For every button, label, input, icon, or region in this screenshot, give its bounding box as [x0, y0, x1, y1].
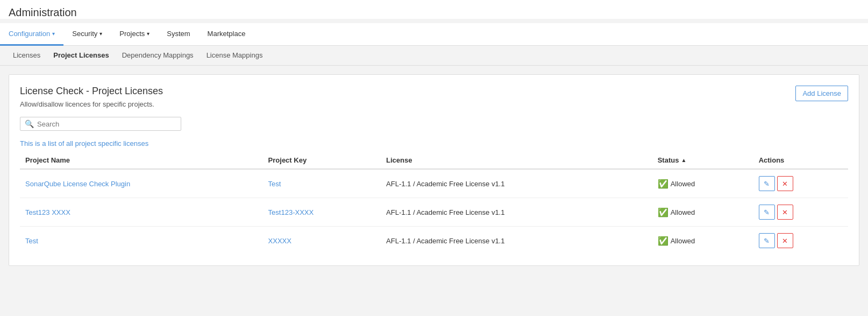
project-key-link[interactable]: Test [268, 180, 281, 188]
status-text: Allowed [671, 180, 695, 188]
project-name-link[interactable]: Test [25, 237, 38, 245]
top-nav-item-system[interactable]: System [158, 23, 198, 46]
license-cell: AFL-1.1 / Academic Free License v1.1 [381, 198, 652, 227]
card-subtitle: Allow/disallow licences for specific pro… [20, 100, 163, 108]
edit-button[interactable]: ✎ [759, 176, 775, 191]
search-icon: 🔍 [25, 120, 34, 128]
status-allowed: ✅Allowed [658, 236, 748, 246]
project-name-link[interactable]: Test123 XXXX [25, 208, 70, 216]
delete-button[interactable]: ✕ [777, 205, 793, 220]
check-circle-icon: ✅ [658, 236, 668, 246]
status-cell: ✅Allowed [652, 198, 753, 227]
col-header-license: License [381, 152, 652, 169]
table-header: Project Name Project Key License Status … [20, 152, 848, 169]
list-info: This is a list of all project specific l… [20, 139, 848, 148]
search-box: 🔍 [20, 117, 181, 131]
search-input[interactable] [37, 120, 176, 128]
sub-nav-item-licenses[interactable]: Licenses [9, 46, 45, 66]
project-key-link[interactable]: XXXXX [268, 237, 291, 245]
actions-cell: ✎✕ [753, 169, 848, 198]
col-header-status[interactable]: Status ▲ [652, 152, 753, 169]
col-header-project-name: Project Name [20, 152, 263, 169]
actions-group: ✎✕ [759, 205, 843, 220]
page-header: Administration [0, 0, 868, 19]
status-allowed: ✅Allowed [658, 207, 748, 217]
status-allowed: ✅Allowed [658, 179, 748, 189]
project-name-cell: Test123 XXXX [20, 198, 263, 227]
edit-button[interactable]: ✎ [759, 205, 775, 220]
col-header-project-key: Project Key [263, 152, 381, 169]
caret-icon: ▾ [52, 31, 55, 37]
actions-group: ✎✕ [759, 233, 843, 248]
edit-button[interactable]: ✎ [759, 233, 775, 248]
delete-button[interactable]: ✕ [777, 233, 793, 248]
content-area: License Check - Project Licenses Allow/d… [0, 66, 868, 275]
project-name-cell: Test [20, 227, 263, 255]
page-title: Administration [9, 6, 859, 19]
license-cell: AFL-1.1 / Academic Free License v1.1 [381, 227, 652, 255]
table-row: Test123 XXXXTest123-XXXXAFL-1.1 / Academ… [20, 198, 848, 227]
status-text: Allowed [671, 208, 695, 216]
status-cell: ✅Allowed [652, 227, 753, 255]
table-row: SonarQube License Check PluginTestAFL-1.… [20, 169, 848, 198]
check-circle-icon: ✅ [658, 179, 668, 189]
top-nav: Configuration▾Security▾Projects▾SystemMa… [0, 23, 868, 46]
sub-nav-item-dependency-mappings[interactable]: Dependency Mappings [118, 46, 198, 66]
actions-group: ✎✕ [759, 176, 843, 191]
top-nav-item-projects[interactable]: Projects▾ [111, 23, 158, 46]
license-cell: AFL-1.1 / Academic Free License v1.1 [381, 169, 652, 198]
top-nav-item-configuration[interactable]: Configuration▾ [0, 23, 63, 46]
status-text: Allowed [671, 237, 695, 245]
sub-nav-item-project-licenses[interactable]: Project Licenses [49, 46, 113, 66]
actions-cell: ✎✕ [753, 198, 848, 227]
main-card: License Check - Project Licenses Allow/d… [9, 74, 859, 266]
caret-icon: ▾ [99, 31, 102, 37]
add-license-button[interactable]: Add License [795, 86, 848, 101]
project-key-cell: Test [263, 169, 381, 198]
licenses-table: Project Name Project Key License Status … [20, 152, 848, 255]
delete-button[interactable]: ✕ [777, 176, 793, 191]
project-name-cell: SonarQube License Check Plugin [20, 169, 263, 198]
project-key-cell: XXXXX [263, 227, 381, 255]
table-body: SonarQube License Check PluginTestAFL-1.… [20, 169, 848, 255]
project-key-link[interactable]: Test123-XXXX [268, 208, 314, 216]
col-header-actions: Actions [753, 152, 848, 169]
top-nav-item-security[interactable]: Security▾ [63, 23, 111, 46]
sub-nav-item-license-mappings[interactable]: License Mappings [202, 46, 267, 66]
table-row: TestXXXXXAFL-1.1 / Academic Free License… [20, 227, 848, 255]
status-cell: ✅Allowed [652, 169, 753, 198]
project-key-cell: Test123-XXXX [263, 198, 381, 227]
project-name-link[interactable]: SonarQube License Check Plugin [25, 180, 130, 188]
card-header: License Check - Project Licenses Allow/d… [20, 86, 848, 108]
check-circle-icon: ✅ [658, 207, 668, 217]
top-nav-item-marketplace[interactable]: Marketplace [199, 23, 254, 46]
caret-icon: ▾ [147, 31, 150, 37]
sort-icon: ▲ [681, 157, 686, 163]
card-title: License Check - Project Licenses [20, 86, 163, 97]
sub-nav: LicensesProject LicensesDependency Mappi… [0, 46, 868, 66]
actions-cell: ✎✕ [753, 227, 848, 255]
